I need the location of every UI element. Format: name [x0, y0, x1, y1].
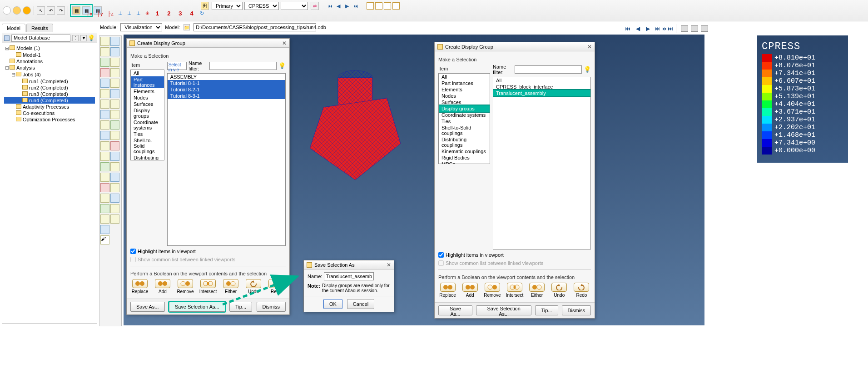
tree-filter-icon[interactable]: ▾: [80, 35, 87, 41]
bool-replace-button[interactable]: [132, 279, 148, 288]
list-item[interactable]: Part instances: [131, 76, 164, 88]
tree-settings-icon[interactable]: ⋮: [72, 35, 79, 41]
tool-j-icon[interactable]: [110, 100, 119, 109]
list-item[interactable]: MPCs: [439, 161, 490, 164]
datum-x-icon[interactable]: ├x: [86, 11, 92, 16]
tool-v-icon[interactable]: [110, 162, 119, 171]
tree-header-select[interactable]: Model Database: [11, 35, 70, 42]
tab-model[interactable]: Model: [2, 24, 25, 32]
tool-a-icon[interactable]: [100, 58, 109, 67]
variable-select[interactable]: CPRESS: [244, 2, 279, 10]
save-dialog-cancel-button[interactable]: Cancel: [347, 299, 374, 309]
list-item[interactable]: All: [131, 70, 164, 76]
video-icon[interactable]: [701, 25, 708, 32]
circles-icon[interactable]: [13, 6, 21, 15]
tree-item[interactable]: Co-executions: [4, 110, 95, 116]
tool-n-icon[interactable]: [110, 120, 119, 130]
list-item[interactable]: Elements: [131, 88, 164, 95]
tool-m-icon[interactable]: [100, 120, 109, 130]
list-item[interactable]: Rigid Bodies: [439, 155, 490, 161]
tool-d-icon[interactable]: [110, 68, 119, 77]
list-item[interactable]: Tutorial 8-3-1: [168, 93, 285, 99]
datum-xz-icon[interactable]: ⊥: [136, 10, 141, 16]
tool-b-icon[interactable]: [110, 58, 119, 67]
anim-first-icon[interactable]: ⏮: [624, 25, 631, 32]
tool-cc-icon[interactable]: [100, 204, 109, 213]
prev-frame-icon[interactable]: ◀: [335, 2, 342, 10]
bool-redo-button[interactable]: [268, 279, 284, 288]
primary-select[interactable]: Primary: [212, 2, 243, 10]
list-item[interactable]: CPRESS_block_interface: [493, 84, 590, 90]
list-item[interactable]: Coordinate systems: [439, 112, 490, 118]
dialog1-select-mode[interactable]: Select in vie: [167, 62, 187, 70]
bool-add-button[interactable]: [155, 279, 170, 288]
display-group-icon[interactable]: ▦: [72, 6, 80, 15]
tool-dd-icon[interactable]: [110, 204, 119, 213]
contour-icon[interactable]: [392, 2, 400, 10]
tool-y-icon[interactable]: [100, 183, 109, 192]
list-item[interactable]: Surfaces: [439, 99, 490, 105]
bool-remove-button[interactable]: [178, 279, 193, 288]
dialog1-tip-button[interactable]: Tip...: [229, 302, 252, 312]
dialog2-name-filter-input[interactable]: [515, 65, 582, 74]
tool-g-icon[interactable]: [100, 89, 109, 98]
close-icon[interactable]: ✕: [387, 262, 391, 268]
hidden-icon[interactable]: [375, 2, 382, 10]
wireframe-icon[interactable]: [367, 2, 374, 10]
anim-play-icon[interactable]: ▶: [644, 25, 651, 32]
close-icon[interactable]: ✕: [587, 44, 592, 50]
dialog1-save-selection-as-button[interactable]: Save Selection As...: [169, 302, 225, 312]
tool-aa-icon[interactable]: [100, 194, 109, 203]
save-dialog-name-input[interactable]: [324, 272, 374, 280]
bool-either-button[interactable]: [223, 279, 238, 288]
view-4[interactable]: 4: [190, 10, 193, 17]
bool-redo-button[interactable]: [574, 283, 589, 292]
anim-last-icon[interactable]: ⏭⏭: [664, 25, 671, 32]
sync-icon[interactable]: ⇄: [311, 2, 319, 10]
model-path-field[interactable]: D:/Documents/CASES/blog/post_processing_…: [193, 23, 316, 31]
list-item[interactable]: All: [493, 77, 590, 84]
cycle-view-icon[interactable]: ↻: [200, 10, 204, 16]
list-item[interactable]: Shell-to-Solid couplings: [439, 125, 490, 136]
output-icon[interactable]: 田: [201, 2, 209, 10]
tool-f-icon[interactable]: [110, 79, 119, 88]
tool-w-icon[interactable]: [100, 173, 109, 182]
save-dialog-title-bar[interactable]: Save Selection As ✕: [304, 260, 394, 269]
tool-e-icon[interactable]: [100, 79, 109, 88]
bool-undo-button[interactable]: [551, 283, 567, 292]
module-select[interactable]: Visualization: [120, 23, 162, 31]
tool-z-icon[interactable]: [110, 183, 119, 192]
view-3[interactable]: 3: [179, 10, 182, 17]
tool-q-icon[interactable]: [100, 141, 109, 150]
play-icon[interactable]: ▶: [343, 2, 351, 10]
redo-icon[interactable]: ↷: [57, 6, 65, 15]
datum-y-icon[interactable]: ├y: [97, 11, 103, 16]
last-frame-icon[interactable]: ⏭: [352, 2, 359, 10]
list-item[interactable]: Nodes: [131, 95, 164, 101]
bool-add-button[interactable]: [462, 283, 478, 292]
tool-s-icon[interactable]: [100, 152, 109, 161]
bool-either-button[interactable]: [529, 283, 545, 292]
tool-k-icon[interactable]: [100, 110, 109, 119]
tool-ff-icon[interactable]: [110, 214, 119, 224]
list-item[interactable]: Display groups: [439, 105, 490, 112]
datum-yz-icon[interactable]: ⊥: [127, 10, 132, 16]
list-item[interactable]: Tutorial 8-1-1: [168, 80, 285, 86]
list-item[interactable]: Shell-to-Solid couplings: [131, 137, 164, 155]
tool-o-icon[interactable]: [100, 131, 109, 140]
tree-item[interactable]: ⊟Analysis: [4, 65, 95, 71]
save-dialog-ok-button[interactable]: OK: [323, 299, 342, 309]
anim-next-icon[interactable]: ⏭: [654, 25, 661, 32]
close-icon[interactable]: ✕: [282, 40, 287, 46]
dialog2-title-bar[interactable]: Create Display Group ✕: [435, 42, 595, 51]
bulb-icon[interactable]: 💡: [88, 35, 95, 42]
dialog2-tip-button[interactable]: Tip...: [535, 305, 558, 315]
list-item[interactable]: Nodes: [439, 93, 490, 99]
list-item[interactable]: All: [439, 74, 490, 80]
list-item[interactable]: ASSEMBLY: [168, 74, 285, 80]
tool-r-icon[interactable]: [110, 141, 119, 150]
datum-xy-icon[interactable]: ⊥: [118, 10, 123, 16]
tree-item[interactable]: Model-1: [4, 52, 95, 58]
list-item[interactable]: Ties: [131, 131, 164, 137]
first-frame-icon[interactable]: ⏮: [326, 2, 333, 10]
